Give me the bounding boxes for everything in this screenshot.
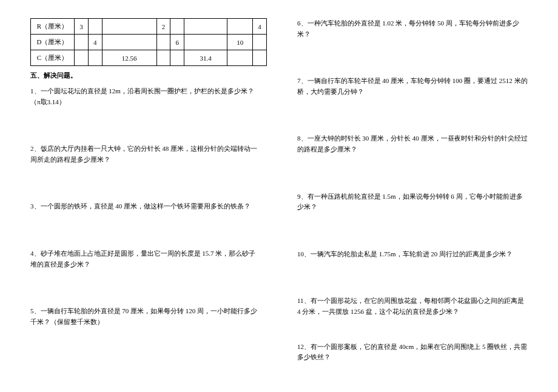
question-10: 10、一辆汽车的轮胎走私是 1.75m，车轮前进 20 周行过的距离是多少米？ (297, 249, 528, 260)
cell (88, 50, 102, 66)
cell (156, 35, 170, 50)
cell (253, 35, 267, 50)
question-7: 7、一辆自行车的车轮半径是 40 厘米，车轮每分钟转 100 圈，要通过 251… (297, 76, 528, 97)
question-12: 12、有一个圆形案板，它的直径是 40cm，如果在它的周围绕上 5 圈铁丝，共需… (297, 342, 528, 363)
question-3: 3、一个圆形的铁环，直径是 40 厘米，做这样一个铁环需要用多长的铁条？ (30, 201, 261, 212)
question-4: 4、砂子堆在地面上占地正好是圆形，量出它一周的长度是 15.7 米，那么砂子堆的… (30, 248, 261, 270)
question-9: 9、有一种压路机前轮直径是 1.5m，如果说每分钟转 6 周，它每小时能前进多少… (297, 191, 528, 213)
question-1: 1、一个圆坛花坛的直径是 12m，沿着周长围一圈护栏，护栏的长是多少米？（π取3… (30, 86, 261, 107)
cell (170, 19, 184, 35)
cell: 12.56 (102, 50, 156, 66)
left-column: R（厘米） 3 2 4 D（厘米） 4 6 10 (30, 18, 279, 392)
cell: 4 (88, 35, 102, 50)
section-title: 五、解决问题。 (30, 71, 261, 80)
table-row: D（厘米） 4 6 10 (31, 35, 267, 50)
cell (75, 50, 89, 66)
cell (156, 50, 170, 66)
cell: 6 (170, 35, 184, 50)
question-6: 6、一种汽车轮胎的外直径是 1.02 米，每分钟转 50 周，车轮每分钟前进多少… (297, 18, 528, 39)
row-label: R（厘米） (31, 19, 75, 35)
table-row: C（厘米） 12.56 31.4 (31, 50, 267, 66)
question-5: 5、一辆自行车轮胎的外直径是 70 厘米，如果每分转 120 周，一小时能行多少… (30, 306, 261, 327)
cell (102, 35, 156, 50)
cell (227, 19, 253, 35)
cell (184, 19, 227, 35)
row-label: C（厘米） (31, 50, 75, 66)
cell: 3 (75, 19, 89, 35)
cell (253, 50, 267, 66)
cell (88, 19, 102, 35)
data-table: R（厘米） 3 2 4 D（厘米） 4 6 10 (30, 18, 267, 66)
row-label: D（厘米） (31, 35, 75, 50)
table-row: R（厘米） 3 2 4 (31, 19, 267, 35)
right-column: 6、一种汽车轮胎的外直径是 1.02 米，每分钟转 50 周，车轮每分钟前进多少… (279, 18, 528, 392)
cell: 10 (227, 35, 253, 50)
question-2: 2、饭店的大厅内挂着一只大钟，它的分针长 48 厘米，这根分针的尖端转动一周所走… (30, 144, 261, 165)
cell (170, 50, 184, 66)
cell: 2 (156, 19, 170, 35)
cell (75, 35, 89, 50)
cell (227, 50, 253, 66)
question-11: 11、有一个圆形花坛，在它的周围放花盆，每相邻两个花盆圆心之间的距离是 4 分米… (297, 296, 528, 317)
cell: 31.4 (184, 50, 227, 66)
cell: 4 (253, 19, 267, 35)
cell (184, 35, 227, 50)
cell (102, 19, 156, 35)
question-8: 8、一座大钟的时针长 30 厘米，分针长 40 厘米，一昼夜时针和分针的针尖经过… (297, 133, 528, 154)
